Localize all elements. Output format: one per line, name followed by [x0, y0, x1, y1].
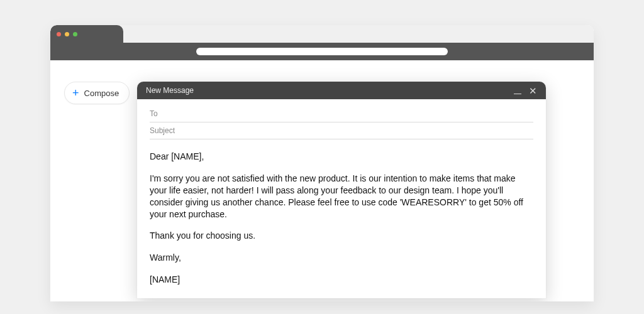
compose-title: New Message [146, 86, 194, 95]
compose-fields: To Subject [137, 99, 546, 139]
traffic-light-close-icon[interactable] [57, 32, 61, 36]
subject-field[interactable]: Subject [150, 122, 533, 139]
compose-header[interactable]: New Message ✕ [137, 82, 546, 99]
compose-button-label: Compose [84, 89, 119, 98]
subject-label: Subject [150, 126, 175, 135]
address-bar [50, 43, 594, 60]
traffic-light-zoom-icon[interactable] [73, 32, 77, 36]
traffic-light-minimize-icon[interactable] [65, 32, 69, 36]
page-body: + Compose New Message ✕ To Subject [50, 60, 594, 301]
plus-icon: + [72, 87, 79, 99]
compose-button[interactable]: + Compose [64, 82, 130, 104]
body-paragraph-1: I'm sorry you are not satisfied with the… [150, 173, 533, 220]
compose-header-actions: ✕ [514, 86, 537, 95]
compose-window: New Message ✕ To Subject Dear [NAME], I'… [137, 82, 546, 298]
browser-tab[interactable] [50, 25, 123, 43]
greeting-line: Dear [NAME], [150, 151, 533, 163]
close-icon[interactable]: ✕ [529, 86, 537, 95]
body-paragraph-2: Thank you for choosing us. [150, 230, 533, 242]
minimize-icon[interactable] [514, 87, 521, 94]
sender-line: [NAME] [150, 274, 533, 286]
signoff-line: Warmly, [150, 252, 533, 264]
to-label: To [150, 109, 158, 118]
to-field[interactable]: To [150, 106, 533, 122]
compose-body[interactable]: Dear [NAME], I'm sorry you are not satis… [137, 139, 546, 298]
browser-window: + Compose New Message ✕ To Subject [50, 25, 594, 301]
url-input[interactable] [196, 48, 448, 55]
tab-strip [50, 25, 594, 43]
signature: Warmly, [NAME] [150, 252, 533, 286]
